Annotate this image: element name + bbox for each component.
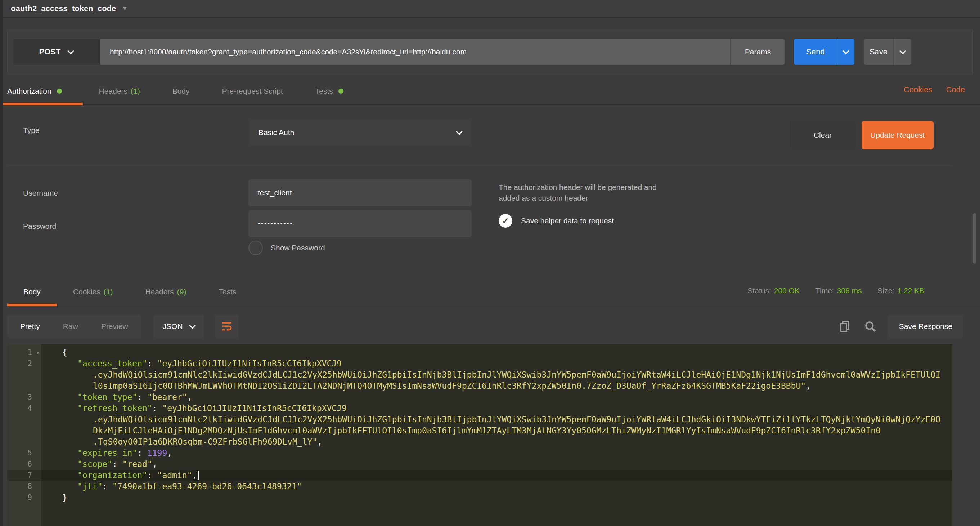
time-value: 306 ms [837,287,862,295]
send-button[interactable]: Send [794,39,837,65]
line-number: 4 [7,403,41,414]
save-button-group: Save [864,39,911,65]
clear-button[interactable]: Clear [789,121,856,149]
line-number: 7 [7,470,41,481]
auth-helper-note: The authorization header will be generat… [499,182,657,204]
code-link[interactable]: Code [946,85,965,94]
line-number: 5 [7,448,41,459]
code-line: 2"access_token": "eyJhbGciOiJIUzI1NiIsIn… [7,358,952,369]
tab-label: Headers [99,87,127,96]
code-line: l0sImp0aSI6Ijc0OTBhMWJmLWVhOTMtNDI2OS1iZ… [7,381,952,392]
raw-view-button[interactable]: Raw [63,322,78,331]
line-number: 8 [7,481,41,492]
code-line: DkzMjEiLCJleHAiOjE1NDg2MDQzNjUsImF1dGhvc… [7,425,952,436]
view-mode-group: Pretty Raw Preview [7,315,141,338]
auth-type-dropdown[interactable]: Basic Auth [248,120,472,145]
tab-tests[interactable]: Tests [299,78,360,105]
code-text: .eyJhdWQiOlsicm91cmNlc2lkIiwidGVzdCJdLCJ… [41,414,952,425]
tab-body[interactable]: Body [156,78,206,105]
tab-label: Body [172,87,190,96]
save-helper-checkbox[interactable]: ✓ Save helper data to request [499,214,614,228]
title-dropdown-icon[interactable]: ▼ [122,5,128,12]
response-actions: Save Response [838,315,963,338]
code-text: .eyJhdWQiOlsicm91cmNlc2lkIiwidGVzdCJdLCJ… [41,369,952,381]
code-line: 5"expires_in": 1199, [7,448,952,459]
code-text: "refresh_token": "eyJhbGciOiJIUzI1NiIsIn… [41,403,952,414]
request-builder: POST http://host1:8000/oauth/token?grant… [7,29,973,75]
code-text: "token_type": "bearer", [41,392,952,403]
size-label: Size: [878,287,895,295]
line-number: 3 [7,392,41,403]
radio-unchecked-icon [248,241,263,255]
tab-response-body[interactable]: Body [7,278,57,306]
text-cursor [198,470,199,480]
time-meta: Time:306 ms [816,287,862,295]
show-password-toggle[interactable]: Show Password [248,241,325,255]
status-dot-icon [339,89,344,94]
format-value: JSON [163,322,183,331]
code-line: 7"organization": "admin", [7,470,952,481]
tab-label: Pre-request Script [222,87,283,96]
update-request-button[interactable]: Update Request [862,121,934,149]
save-options-button[interactable] [893,39,911,65]
code-line: 9} [7,492,952,503]
wrap-text-button[interactable] [215,315,239,338]
line-number [7,425,41,436]
code-line: .eyJhdWQiOlsicm91cmNlc2lkIiwidGVzdCJdLCJ… [7,414,952,425]
tab-response-headers[interactable]: Headers (9) [129,278,202,306]
code-text: "jti": "7490a1bf-ea93-4269-bd26-0643c148… [41,481,952,492]
save-helper-label: Save helper data to request [521,217,614,225]
wrap-text-icon [221,320,233,333]
cookies-link[interactable]: Cookies [904,85,932,94]
request-title-bar: oauth2_access_token_code ▼ [0,0,980,18]
tab-label: Headers [145,287,173,296]
save-response-button[interactable]: Save Response [888,315,963,338]
code-text: "organization": "admin", [41,470,952,481]
save-button[interactable]: Save [864,39,893,65]
pretty-view-button[interactable]: Pretty [20,322,40,331]
type-label: Type [23,126,40,135]
show-password-label: Show Password [271,244,325,252]
tab-pre-request-script[interactable]: Pre-request Script [206,78,299,105]
request-tab-title: oauth2_access_token_code [11,4,116,13]
chevron-down-icon [456,128,462,135]
params-button[interactable]: Params [730,39,784,65]
line-number [7,414,41,425]
time-label: Time: [816,287,834,295]
json-response-code: 1▾{2"access_token": "eyJhbGciOiJIUzI1NiI… [7,344,952,503]
send-options-button[interactable] [837,39,854,65]
password-input[interactable]: ••••••••••• [248,210,472,237]
copy-button[interactable] [838,319,852,334]
line-number [7,369,41,381]
tab-response-cookies[interactable]: Cookies (1) [57,278,129,306]
scrollbar-thumb[interactable] [973,213,977,264]
size-meta: Size:1.22 KB [878,287,924,295]
code-line: 4"refresh_token": "eyJhbGciOiJIUzI1NiIsI… [7,403,952,414]
chevron-down-icon [189,322,196,328]
username-input[interactable]: test_client [248,179,472,206]
code-text: } [41,492,952,503]
search-button[interactable] [863,319,877,334]
code-line: 1▾{ [7,347,952,358]
code-line: .TqS0oyO0IP1a6DKROsqbm-C9ZFrbSGlFh969DLv… [7,436,952,448]
response-body-viewer[interactable]: 1▾{2"access_token": "eyJhbGciOiJIUzI1NiI… [7,344,952,526]
chevron-down-icon [68,48,74,54]
line-number [7,381,41,392]
method-dropdown[interactable]: POST [13,39,100,65]
format-dropdown[interactable]: JSON [153,315,204,338]
tab-headers[interactable]: Headers (1) [83,78,156,105]
code-text: "scope": "read", [41,459,952,470]
code-line: 8"jti": "7490a1bf-ea93-4269-bd26-0643c14… [7,481,952,492]
helper-note-line: The authorization header will be generat… [499,182,657,193]
preview-view-button[interactable]: Preview [101,322,128,331]
url-input[interactable]: http://host1:8000/oauth/token?grant_type… [100,39,730,65]
chevron-down-icon [899,48,906,54]
tab-response-tests[interactable]: Tests [202,278,252,306]
copy-icon [838,320,851,333]
code-text: "expires_in": 1199, [41,448,952,459]
method-value: POST [39,47,61,57]
code-text: { [41,347,952,358]
fold-toggle-icon[interactable]: ▾ [37,347,39,359]
tab-authorization[interactable]: Authorization [2,78,83,105]
line-number: 6 [7,459,41,470]
